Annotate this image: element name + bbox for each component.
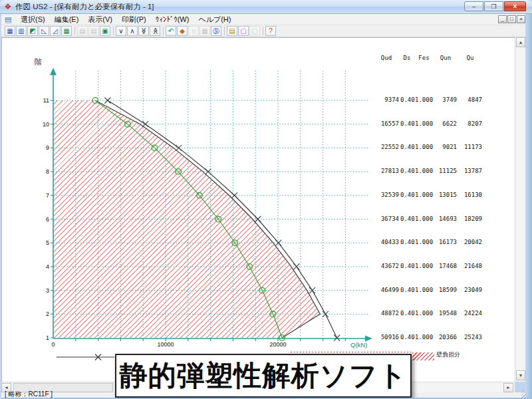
help-icon[interactable]: ? — [265, 26, 276, 36]
scroll-right-button[interactable]: ► — [503, 383, 513, 392]
menu-item[interactable]: ｳｨﾝﾄﾞｳ(W) — [151, 14, 194, 25]
down-chevron-icon[interactable]: ∨ — [116, 26, 126, 36]
window-right-border — [525, 14, 532, 399]
toolbar-separator — [163, 27, 164, 35]
export-icon: ▢ — [249, 26, 260, 36]
document-icon: ▤ — [5, 15, 11, 24]
zoom-icon: ○ — [188, 26, 199, 36]
bar-chart-icon[interactable]: ▥ — [16, 26, 27, 36]
menu-item[interactable]: 印刷(P) — [117, 14, 151, 25]
grid-select-icon: ▦ — [200, 26, 210, 36]
mdi-close-button[interactable]: × — [517, 15, 525, 23]
undo-icon[interactable]: ↶ — [166, 26, 176, 36]
toolbar-separator — [224, 27, 225, 35]
window-controls: – ❐ × — [464, 1, 526, 11]
layers-icon: ▤ — [77, 26, 88, 36]
scroll-down-button[interactable]: ▼ — [516, 370, 525, 380]
window-left-border — [0, 14, 1, 399]
window-title: 作図 US2 - [保有耐力と必要保有耐力 - 1] — [15, 2, 154, 12]
grid-icon[interactable]: ▦ — [5, 26, 15, 36]
app-window: ❖ 作図 US2 - [保有耐力と必要保有耐力 - 1] – ❐ × ▤ 選択(… — [0, 0, 532, 399]
vertical-scrollbar[interactable]: ▲ ▼ — [515, 37, 525, 382]
menu-item[interactable]: 選択(S) — [16, 14, 50, 25]
triangle-chart-icon[interactable]: ◿ — [50, 26, 61, 36]
titlebar: ❖ 作図 US2 - [保有耐力と必要保有耐力 - 1] – ❐ × — [0, 0, 532, 14]
toolbar: ▦▥◩◺◿▦▤▤▣∨∧≫≫↶◆○▦Ⓢ▤▢▢? — [1, 25, 531, 37]
scroll-up-button[interactable]: ▲ — [516, 37, 525, 47]
mdi-restore-button[interactable]: □ — [507, 15, 516, 23]
double-down-chevron-icon[interactable]: ≫ — [138, 26, 149, 36]
chart-canvas — [1, 37, 515, 382]
copy-page-icon[interactable]: ▣ — [100, 26, 110, 36]
line-chart-icon[interactable]: ◺ — [39, 26, 49, 36]
menu-item[interactable]: 表示(V) — [83, 14, 117, 25]
mdi-window-controls: _ □ × — [497, 15, 525, 23]
print-icon[interactable]: ▤ — [227, 26, 237, 36]
menu-item[interactable]: 編集(E) — [50, 14, 84, 25]
menu-item[interactable]: ヘルプ(H) — [194, 14, 235, 25]
double-up-chevron-icon[interactable]: ≫ — [150, 26, 160, 36]
app-icon: ❖ — [3, 2, 13, 11]
restore-button[interactable]: ❐ — [484, 1, 503, 11]
menubar: ▤ 選択(S)編集(E)表示(V)印刷(P)ｳｨﾝﾄﾞｳ(W)ヘルプ(H) _ … — [1, 14, 531, 25]
caption-overlay: 静的弾塑性解析ソフト — [115, 354, 412, 398]
mdi-minimize-button[interactable]: _ — [498, 15, 507, 23]
close-button[interactable]: × — [504, 1, 526, 11]
up-chevron-icon[interactable]: ∧ — [127, 26, 138, 36]
shield-icon[interactable]: Ⓢ — [211, 26, 221, 36]
toolbar-separator — [74, 27, 75, 35]
layers2-icon: ▤ — [88, 26, 99, 36]
toolbar-separator — [263, 27, 263, 35]
toolbar-separator — [113, 27, 114, 35]
monitor-icon[interactable]: ▢ — [238, 26, 249, 36]
caption-text: 静的弾塑性解析ソフト — [120, 357, 408, 394]
ink-drop-icon[interactable]: ◆ — [177, 26, 188, 36]
table-chart-icon[interactable]: ▦ — [61, 26, 72, 36]
minimize-button[interactable]: – — [464, 1, 483, 11]
area-chart-icon[interactable]: ◩ — [27, 26, 38, 36]
